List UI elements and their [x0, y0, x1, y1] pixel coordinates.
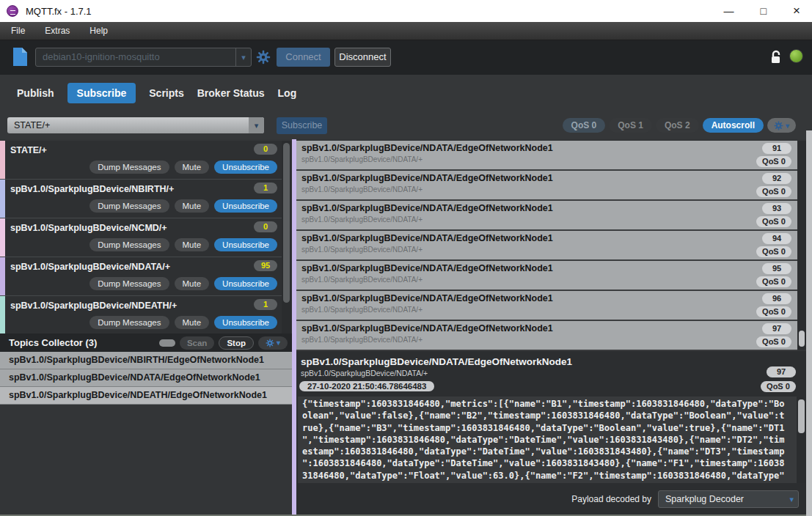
message-seq-badge: 93 [762, 203, 791, 214]
tab-broker-status[interactable]: Broker Status [197, 83, 265, 103]
message-row[interactable]: spBv1.0/SparkplugBDevice/NDATA/EdgeOfNet… [296, 291, 797, 321]
message-count-badge: 1 [254, 183, 277, 194]
payload-text[interactable]: {"timestamp":1603831846480,"metrics":[{"… [298, 397, 797, 483]
subscription-item[interactable]: spBv1.0/SparkplugBDevice/NBIRTH/+ 1 Dump… [0, 180, 282, 218]
subscribe-settings-button[interactable]: ▾ [767, 118, 796, 133]
menu-file[interactable]: File [11, 26, 25, 36]
profile-file-icon[interactable] [12, 47, 28, 67]
scan-button[interactable]: Scan [180, 336, 215, 350]
message-subscription: spBv1.0/SparkplugBDevice/NDATA/+ [301, 306, 791, 314]
dump-messages-button[interactable]: Dump Messages [89, 277, 169, 290]
subscribe-button[interactable]: Subscribe [277, 117, 327, 134]
message-row[interactable]: spBv1.0/SparkplugBDevice/NDATA/EdgeOfNet… [296, 141, 797, 171]
message-row[interactable]: spBv1.0/SparkplugBDevice/NDATA/EdgeOfNet… [296, 261, 797, 291]
menu-extras[interactable]: Extras [45, 26, 70, 36]
message-subscription: spBv1.0/SparkplugBDevice/NDATA/+ [301, 336, 791, 344]
detail-seq-badge: 97 [767, 366, 796, 377]
mute-button[interactable]: Mute [175, 316, 210, 329]
decoder-bar: Payload decoded by Sparkplug Decoder ▾ [296, 483, 806, 515]
message-subscription: spBv1.0/SparkplugBDevice/NDATA/+ [301, 155, 791, 163]
dump-messages-button[interactable]: Dump Messages [89, 238, 169, 251]
qos1-toggle[interactable]: QoS 1 [609, 118, 652, 133]
message-row[interactable]: spBv1.0/SparkplugBDevice/NDATA/EdgeOfNet… [296, 321, 797, 351]
message-topic: spBv1.0/SparkplugBDevice/NDATA/EdgeOfNet… [301, 143, 791, 153]
mute-button[interactable]: Mute [175, 238, 210, 251]
message-topic: spBv1.0/SparkplugBDevice/NDATA/EdgeOfNet… [301, 173, 791, 183]
subscription-item[interactable]: STATE/+ 0 Dump Messages Mute Unsubscribe [0, 141, 282, 180]
decoder-label: Payload decoded by [571, 494, 651, 504]
unsubscribe-button[interactable]: Unsubscribe [214, 277, 277, 290]
subscription-topic: spBv1.0/SparkplugBDevice/NCMD/+ [10, 221, 167, 233]
unsubscribe-button[interactable]: Unsubscribe [214, 199, 277, 213]
collected-topic-row[interactable]: spBv1.0/SparkplugBDevice/NDEATH/EdgeOfNe… [0, 387, 292, 405]
connect-button[interactable]: Connect [277, 48, 330, 67]
payload-decoder-select[interactable]: Sparkplug Decoder ▾ [658, 490, 799, 508]
stop-button[interactable]: Stop [219, 336, 254, 350]
mute-button[interactable]: Mute [175, 199, 210, 213]
unsubscribe-button[interactable]: Unsubscribe [214, 161, 277, 174]
message-topic: spBv1.0/SparkplugBDevice/NDATA/EdgeOfNet… [301, 203, 791, 213]
subscription-item[interactable]: spBv1.0/SparkplugBDevice/NDEATH/+ 1 Dump… [0, 296, 282, 333]
message-row[interactable]: spBv1.0/SparkplugBDevice/NDATA/EdgeOfNet… [296, 201, 797, 231]
autoscroll-toggle[interactable]: Autoscroll [703, 118, 764, 133]
topics-collector-settings-button[interactable]: ▾ [258, 336, 288, 350]
unsubscribe-button[interactable]: Unsubscribe [214, 238, 277, 251]
scrollbar-thumb[interactable] [799, 331, 805, 347]
subscription-topic: spBv1.0/SparkplugBDevice/NDATA/+ [10, 260, 170, 272]
message-subscription: spBv1.0/SparkplugBDevice/NDATA/+ [301, 215, 791, 224]
tab-subscribe[interactable]: Subscribe [67, 83, 136, 103]
connection-profile-select[interactable]: debian10-ignition-mosquitto ▾ [35, 48, 252, 67]
mqttfx-window: MQTT.fx - 1.7.1 — □ × File Extras Help d… [0, 0, 812, 516]
chevron-down-icon[interactable]: ▾ [235, 48, 251, 66]
dump-messages-button[interactable]: Dump Messages [89, 161, 169, 174]
message-detail-panel: spBv1.0/SparkplugBDevice/NDATA/EdgeOfNet… [296, 351, 806, 515]
message-seq-badge: 91 [762, 143, 791, 154]
maximize-button[interactable]: □ [761, 0, 767, 22]
connection-bar: debian10-ignition-mosquitto ▾ Connect Di… [0, 40, 812, 75]
subscription-item[interactable]: spBv1.0/SparkplugBDevice/NDATA/+ 95 Dump… [0, 257, 282, 296]
message-topic: spBv1.0/SparkplugBDevice/NDATA/EdgeOfNet… [301, 293, 791, 303]
mute-button[interactable]: Mute [175, 277, 210, 290]
chevron-down-icon[interactable]: ▾ [249, 117, 264, 133]
dump-messages-button[interactable]: Dump Messages [89, 316, 169, 329]
close-button[interactable]: × [793, 0, 800, 22]
connection-settings-gear-icon[interactable] [256, 50, 271, 64]
subscription-topic: STATE/+ [10, 144, 47, 155]
chevron-down-icon: ▾ [786, 122, 789, 130]
qos2-toggle[interactable]: QoS 2 [656, 118, 699, 133]
message-topic: spBv1.0/SparkplugBDevice/NDATA/EdgeOfNet… [301, 233, 791, 243]
collected-topic-row[interactable]: spBv1.0/SparkplugBDevice/NDATA/EdgeOfNet… [0, 369, 292, 387]
message-qos-badge: QoS 0 [756, 306, 791, 317]
detail-qos-badge: QoS 0 [761, 381, 796, 392]
message-list-scrollbar[interactable] [797, 141, 806, 350]
collected-topic-row[interactable]: spBv1.0/SparkplugBDevice/NBIRTH/EdgeOfNe… [0, 352, 292, 369]
subscription-item[interactable]: spBv1.0/SparkplugBDevice/NCMD/+ 0 Dump M… [0, 218, 282, 257]
message-row[interactable]: spBv1.0/SparkplugBDevice/NDATA/EdgeOfNet… [296, 171, 797, 201]
scrollbar-thumb[interactable] [798, 399, 805, 433]
subscribe-topic-combobox[interactable]: STATE/+ ▾ [7, 117, 264, 133]
mute-button[interactable]: Mute [175, 161, 210, 174]
payload-scrollbar[interactable] [797, 397, 806, 483]
message-count-badge: 1 [254, 299, 277, 310]
gear-icon [774, 121, 783, 130]
gear-icon [266, 339, 274, 347]
tab-scripts[interactable]: Scripts [149, 83, 183, 103]
qos0-toggle[interactable]: QoS 0 [563, 118, 606, 133]
subscribe-topic-value: STATE/+ [14, 120, 50, 130]
menu-help[interactable]: Help [89, 26, 108, 36]
tab-log[interactable]: Log [278, 83, 297, 103]
dump-messages-button[interactable]: Dump Messages [89, 199, 169, 213]
tab-publish[interactable]: Publish [17, 83, 54, 103]
message-subscription: spBv1.0/SparkplugBDevice/NDATA/+ [301, 185, 791, 194]
message-count-badge: 0 [254, 144, 277, 155]
detail-timestamp-badge: 27-10-2020 21:50:46.78646483 [299, 381, 434, 391]
topic-color-stripe [0, 257, 5, 295]
disconnect-button[interactable]: Disconnect [334, 48, 391, 67]
minimize-button[interactable]: — [724, 0, 734, 22]
unsubscribe-button[interactable]: Unsubscribe [214, 316, 277, 329]
scrollbar-thumb[interactable] [283, 143, 290, 303]
message-row[interactable]: spBv1.0/SparkplugBDevice/NDATA/EdgeOfNet… [296, 231, 797, 261]
decoder-value: Sparkplug Decoder [665, 494, 744, 504]
subscription-list-scrollbar[interactable] [282, 141, 291, 333]
title-bar: MQTT.fx - 1.7.1 — □ × [0, 0, 812, 22]
